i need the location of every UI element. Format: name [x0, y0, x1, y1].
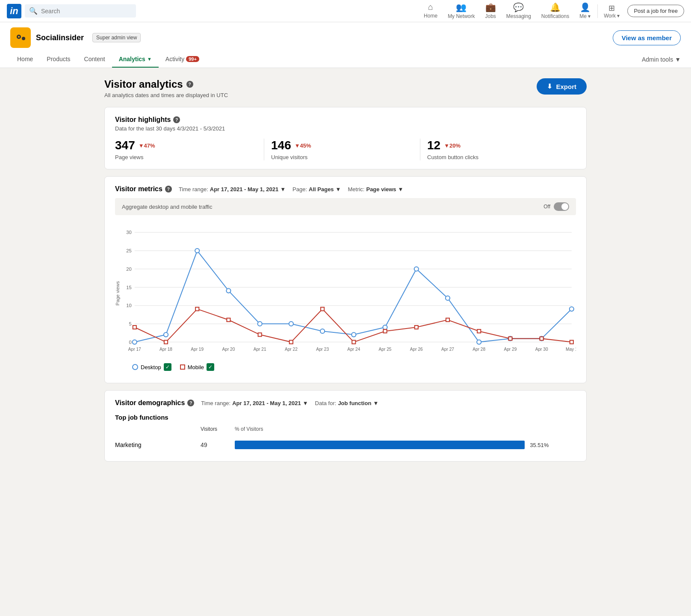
nav-home[interactable]: ⌂ Home: [419, 0, 443, 22]
svg-point-20: [164, 332, 168, 337]
svg-text:Page views: Page views: [115, 281, 120, 306]
svg-point-33: [570, 307, 574, 311]
svg-rect-48: [570, 341, 573, 344]
aggregate-toggle-switch[interactable]: [554, 202, 569, 211]
visitor-metrics-card: Visitor metrics ? Time range: Apr 17, 20…: [104, 176, 587, 383]
nav-messaging[interactable]: 💬 Messaging: [501, 0, 536, 22]
page-title-section: Visitor analytics ? All analytics dates …: [104, 78, 587, 98]
demographics-title: Visitor demographics ?: [115, 399, 194, 407]
visitor-analytics-help-icon[interactable]: ?: [186, 81, 193, 88]
metric-filter[interactable]: Metric: Page views ▼: [348, 186, 403, 192]
jobs-icon: 💼: [485, 2, 496, 12]
time-range-filter[interactable]: Time range: Apr 17, 2021 - May 1, 2021 ▼: [179, 186, 286, 192]
svg-point-3: [18, 36, 20, 38]
svg-text:30: 30: [126, 230, 131, 235]
nav-my-network[interactable]: 👥 My Network: [443, 0, 480, 22]
company-nav-analytics[interactable]: Analytics ▼: [112, 51, 159, 68]
company-header: Socialinsider Super admin view View as m…: [0, 22, 691, 68]
company-top: Socialinsider Super admin view View as m…: [10, 22, 681, 51]
search-icon: 🔍: [29, 7, 38, 15]
analytics-dropdown-icon: ▼: [147, 56, 152, 62]
notifications-icon: 🔔: [550, 2, 561, 12]
mobile-check-icon: ✓: [207, 363, 214, 371]
job-function-pct: 35.51%: [530, 442, 549, 448]
metric-unique-visitors: 146 ▼45% Unique visitors: [264, 139, 420, 160]
svg-rect-46: [508, 337, 512, 340]
metrics-header: Visitor metrics ? Time range: Apr 17, 20…: [115, 185, 576, 193]
demographics-help-icon[interactable]: ?: [187, 400, 194, 406]
company-nav-products[interactable]: Products: [40, 51, 77, 68]
company-nav-content[interactable]: Content: [77, 51, 112, 68]
visitor-chart: Page views 30 25 20 15 10 5 0: [115, 224, 576, 358]
visitor-highlights-card: Visitor highlights ? Data for the last 3…: [104, 107, 587, 169]
demo-time-range-filter[interactable]: Time range: Apr 17, 2021 - May 1, 2021 ▼: [201, 400, 308, 406]
custom-button-label: Custom button clicks: [427, 154, 569, 160]
svg-rect-47: [540, 337, 543, 340]
metrics-title: Visitor metrics ?: [115, 185, 172, 193]
navbar: in 🔍 ⌂ Home 👥 My Network 💼 Jobs 💬 Messag…: [0, 0, 691, 22]
svg-rect-39: [289, 341, 293, 344]
demo-table-header: Visitors % of Visitors: [115, 426, 576, 434]
nav-work[interactable]: ⊞ Work ▾: [599, 0, 624, 22]
svg-rect-41: [352, 341, 355, 344]
nav-me[interactable]: 👤 Me ▾: [574, 0, 596, 22]
nav-jobs[interactable]: 💼 Jobs: [480, 0, 501, 22]
svg-text:Apr 21: Apr 21: [254, 347, 266, 352]
svg-text:Apr 18: Apr 18: [159, 347, 172, 352]
search-bar[interactable]: 🔍: [25, 4, 136, 18]
job-function-name: Marketing: [115, 441, 201, 448]
page-chevron: ▼: [336, 186, 341, 192]
svg-text:10: 10: [126, 303, 131, 308]
svg-point-27: [383, 325, 387, 329]
view-as-member-button[interactable]: View as member: [613, 30, 681, 45]
desktop-check-icon: ✓: [164, 363, 171, 371]
search-input[interactable]: [41, 8, 132, 15]
job-function-bar-container: 35.51%: [235, 441, 576, 449]
job-function-count: 49: [201, 441, 235, 448]
page-title-area: Visitor analytics ? All analytics dates …: [104, 78, 228, 98]
nav-notifications[interactable]: 🔔 Notifications: [536, 0, 574, 22]
company-nav-activity[interactable]: Activity 99+: [159, 51, 206, 68]
messaging-icon: 💬: [513, 2, 524, 12]
svg-rect-35: [164, 341, 168, 344]
home-icon: ⌂: [428, 2, 433, 12]
page-filter[interactable]: Page: All Pages ▼: [292, 186, 341, 192]
admin-badge: Super admin view: [92, 33, 141, 42]
svg-point-2: [22, 37, 25, 40]
demo-data-for-chevron: ▼: [373, 400, 378, 406]
demo-data-for-filter[interactable]: Data for: Job function ▼: [315, 400, 379, 406]
svg-rect-37: [227, 318, 230, 322]
svg-text:Apr 26: Apr 26: [410, 347, 423, 352]
mobile-legend-icon: [180, 364, 185, 370]
post-job-button[interactable]: Post a job for free: [627, 5, 684, 17]
export-icon: ⬇: [547, 83, 552, 90]
time-range-chevron: ▼: [280, 186, 286, 192]
linkedin-logo[interactable]: in: [7, 4, 21, 18]
toggle-state: Off: [543, 204, 550, 210]
activity-badge: 99+: [186, 56, 199, 62]
svg-text:Apr 28: Apr 28: [472, 347, 485, 352]
desktop-legend-icon: [132, 364, 138, 370]
custom-button-change: ▼20%: [444, 142, 461, 149]
top-job-functions-title: Top job functions: [115, 414, 576, 421]
svg-point-28: [414, 267, 419, 271]
svg-point-19: [133, 340, 137, 344]
my-network-icon: 👥: [456, 2, 467, 12]
aggregate-toggle-bar: Aggregate desktop and mobile traffic Off: [115, 198, 576, 215]
legend-mobile: Mobile ✓: [180, 363, 214, 371]
company-nav-home[interactable]: Home: [10, 51, 40, 68]
svg-rect-43: [415, 326, 418, 329]
nav-items: ⌂ Home 👥 My Network 💼 Jobs 💬 Messaging 🔔…: [419, 0, 684, 22]
highlights-date: Data for the last 30 days 4/3/2021 - 5/3…: [115, 125, 576, 132]
highlights-help-icon[interactable]: ?: [173, 116, 180, 123]
svg-rect-40: [321, 307, 324, 311]
metric-page-views: 347 ▼47% Page views: [115, 139, 264, 160]
svg-point-23: [258, 322, 262, 326]
svg-text:5: 5: [129, 321, 131, 326]
legend-desktop: Desktop ✓: [132, 363, 171, 371]
svg-point-29: [446, 296, 450, 300]
admin-tools-button[interactable]: Admin tools ▼: [642, 56, 681, 63]
export-button[interactable]: ⬇ Export: [537, 78, 587, 95]
metrics-help-icon[interactable]: ?: [165, 186, 172, 192]
svg-point-30: [477, 340, 481, 344]
